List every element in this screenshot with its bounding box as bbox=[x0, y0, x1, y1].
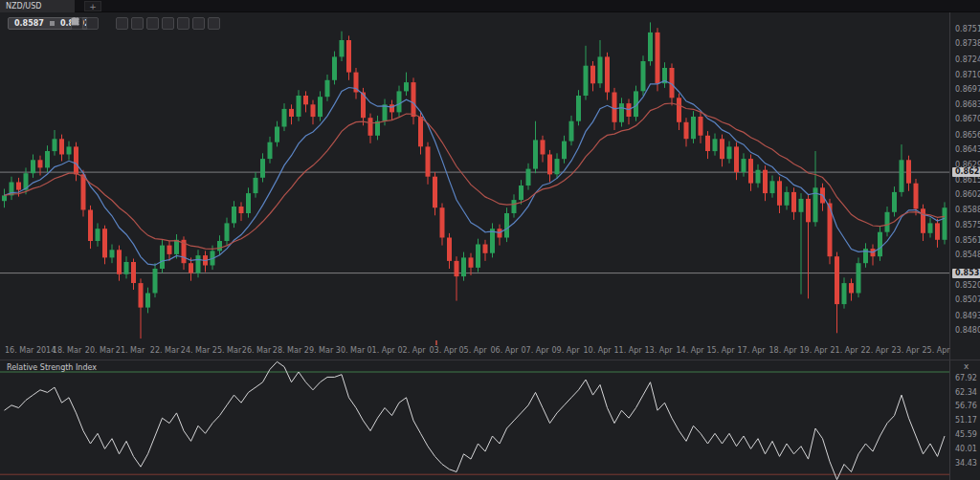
price-tick: 0.8751 bbox=[955, 25, 980, 33]
time-tick: 03. Apr bbox=[429, 346, 457, 355]
time-axis[interactable]: 16. Mar 201418. Mar20. Mar21. Mar22. Mar… bbox=[0, 340, 949, 360]
zoom-out-button[interactable] bbox=[86, 17, 99, 30]
time-tick: 11. Apr bbox=[613, 346, 641, 355]
price-tick: 0.8588 bbox=[955, 206, 980, 214]
symbol-tab[interactable]: NZD/USD bbox=[0, 0, 75, 12]
rsi-tick: 34.43 bbox=[955, 459, 977, 468]
settings-button[interactable] bbox=[208, 17, 220, 30]
rsi-tick: 56.76 bbox=[955, 402, 977, 410]
time-tick: 07. Apr bbox=[521, 346, 548, 355]
price-tick: 0.8710 bbox=[955, 71, 980, 79]
price-tick: 0.8670 bbox=[955, 115, 980, 123]
time-tick: 10. Apr bbox=[583, 346, 611, 355]
rsi-title: Relative Strength Index bbox=[7, 363, 97, 372]
time-tick: 05. Apr bbox=[458, 346, 486, 355]
time-tick: 18. Mar bbox=[53, 346, 81, 355]
time-tick: 25. Mar bbox=[212, 346, 241, 355]
axis-marker bbox=[435, 340, 437, 345]
trading-app-window: NZD/USD + 0.8587 0.8592 bbox=[0, 0, 980, 480]
time-tick: 13. Apr bbox=[644, 346, 672, 355]
time-tick: 19. Apr bbox=[799, 346, 827, 355]
price-tick: 0.8738 bbox=[955, 39, 980, 48]
settings-icon bbox=[71, 17, 79, 26]
time-tick: 16. Mar 2014 bbox=[5, 346, 56, 355]
time-tick: 21. Apr bbox=[830, 346, 858, 355]
rsi-tick: 67.92 bbox=[955, 374, 977, 382]
price-tick: 0.8615 bbox=[955, 176, 980, 185]
time-tick: 18. Apr bbox=[768, 346, 796, 355]
time-tick: 17. Apr bbox=[737, 346, 765, 355]
price-tick: 0.8548 bbox=[955, 251, 980, 259]
time-tick: 30. Mar bbox=[336, 346, 365, 355]
main-price-chart[interactable] bbox=[0, 12, 949, 340]
time-tick: 25. Apr bbox=[922, 346, 949, 355]
price-tick: 0.8561 bbox=[955, 236, 980, 245]
time-tick: 28. Mar bbox=[273, 346, 301, 355]
price-tick: 0.8683 bbox=[955, 100, 980, 109]
rsi-panel[interactable]: Relative Strength Index x 67.9262.3456.7… bbox=[0, 360, 980, 480]
time-tick: 21. Mar bbox=[116, 346, 145, 355]
time-tick: 14. Apr bbox=[676, 346, 703, 355]
time-tick: 02. Apr bbox=[397, 346, 425, 355]
time-tick: 15. Apr bbox=[706, 346, 734, 355]
time-tick: 26. Mar bbox=[242, 346, 271, 355]
tab-bar: NZD/USD + bbox=[0, 0, 980, 12]
rsi-tick: 40.01 bbox=[955, 445, 977, 453]
chart-type-button[interactable] bbox=[131, 17, 144, 30]
rsi-tick: 45.59 bbox=[955, 430, 977, 439]
bid-price: 0.8587 bbox=[14, 19, 44, 28]
cursor-mode-button[interactable] bbox=[116, 17, 128, 30]
time-tick: 24. Mar bbox=[181, 346, 210, 355]
rsi-close-button[interactable]: x bbox=[964, 361, 969, 371]
price-tick: 0.8520 bbox=[955, 281, 980, 290]
price-tick: 0.8507 bbox=[955, 295, 980, 304]
chart-toolbar bbox=[71, 17, 220, 31]
new-tab-button[interactable]: + bbox=[84, 1, 101, 11]
price-tick: 0.8480 bbox=[955, 326, 980, 335]
rsi-tick: 51.17 bbox=[955, 416, 977, 425]
price-tick: 0.8575 bbox=[955, 221, 980, 229]
rsi-chart[interactable] bbox=[0, 360, 949, 480]
tag-button[interactable] bbox=[177, 17, 189, 30]
price-tick: 0.8643 bbox=[955, 145, 980, 154]
time-tick: 06. Apr bbox=[490, 346, 518, 355]
price-tick: 0.8656 bbox=[955, 131, 980, 140]
edit-button[interactable] bbox=[192, 17, 205, 30]
time-tick: 23. Apr bbox=[891, 346, 919, 355]
price-level-badge: 0.8622 bbox=[952, 167, 980, 177]
time-tick: 09. Apr bbox=[551, 346, 579, 355]
time-tick: 29. Mar bbox=[304, 346, 333, 355]
time-tick: 22. Mar bbox=[150, 346, 179, 355]
indicators-button[interactable] bbox=[146, 17, 159, 30]
rsi-tick: 62.34 bbox=[955, 388, 977, 397]
time-tick: 20. Mar bbox=[85, 346, 114, 355]
spread-separator-icon bbox=[50, 21, 55, 26]
expand-button[interactable] bbox=[162, 17, 174, 30]
price-tick: 0.8493 bbox=[955, 312, 980, 320]
rsi-axis[interactable]: 67.9262.3456.7651.1745.5940.0134.43 bbox=[949, 360, 980, 480]
time-tick: 01. Apr bbox=[367, 346, 394, 355]
time-tick: 22. Apr bbox=[860, 346, 888, 355]
price-level-badge: 0.8531 bbox=[952, 269, 980, 278]
price-tick: 0.8602 bbox=[955, 190, 980, 199]
price-axis[interactable]: 0.87510.87380.87240.87100.86970.86830.86… bbox=[949, 12, 980, 360]
price-tick: 0.8697 bbox=[955, 85, 980, 94]
price-tick: 0.8724 bbox=[955, 55, 980, 64]
